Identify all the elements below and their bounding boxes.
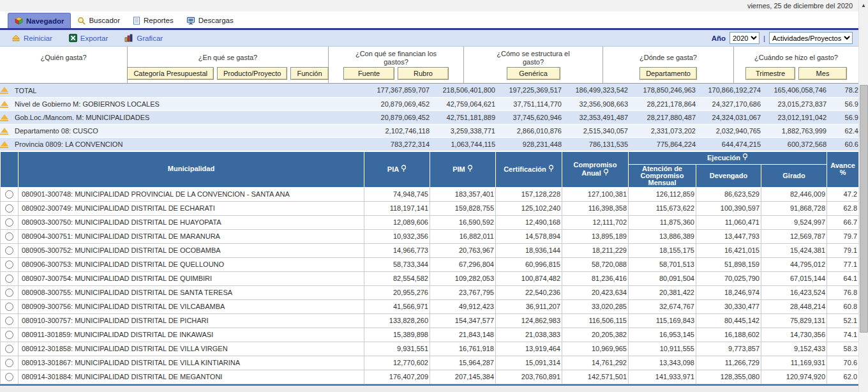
row-radio[interactable] — [5, 303, 13, 311]
cell-pia: 10,932,356 — [364, 229, 430, 243]
tab-buscador[interactable]: Buscador — [71, 13, 126, 28]
table-row: 080911-301859: MUNICIPALIDAD DISTRITAL D… — [1, 328, 859, 342]
summary-atencion-compromiso: 775,864,224 — [628, 137, 696, 151]
row-radio[interactable] — [5, 289, 13, 297]
graficar-button[interactable]: Graficar — [124, 34, 163, 42]
collapse-triangle-icon[interactable] — [0, 87, 8, 94]
year-select[interactable]: 2020 — [730, 32, 760, 44]
cell-pim: 15,964,287 — [430, 356, 496, 370]
filter-question: ¿Dónde se gasta? — [640, 50, 697, 66]
row-radio[interactable] — [5, 190, 13, 199]
summary-row: Departamento 08: CUSCO 2,102,746,118 3,2… — [0, 124, 858, 137]
row-radio-cell — [1, 370, 19, 384]
producto-proyecto-button[interactable]: Producto/Proyecto — [217, 67, 288, 80]
cell-atencion-compromiso: 11,875,360 — [629, 215, 696, 229]
excel-icon — [69, 34, 77, 42]
cell-pia: 82,554,582 — [364, 271, 430, 285]
scroll-up-arrow-icon[interactable]: ▲ — [859, 0, 868, 10]
collapse-triangle-icon[interactable] — [0, 141, 8, 148]
cell-certificacion: 14,578,894 — [496, 229, 562, 243]
row-radio[interactable] — [5, 232, 13, 241]
table-row: 080904-300751: MUNICIPALIDAD DISTRITAL D… — [1, 229, 859, 243]
categoria-presupuestal-button[interactable]: Categoría Presupuestal — [127, 67, 214, 80]
row-radio[interactable] — [5, 345, 13, 353]
cell-certificacion: 18,936,144 — [496, 243, 562, 257]
row-radio[interactable] — [5, 204, 13, 213]
row-radio[interactable] — [5, 246, 13, 255]
vertical-scrollbar[interactable]: ▲ — [858, 0, 868, 392]
cell-pim: 207,145,384 — [430, 370, 496, 384]
column-filter-icon[interactable] — [603, 169, 609, 176]
tab-descargas[interactable]: Descargas — [180, 13, 240, 28]
row-radio[interactable] — [5, 359, 13, 367]
tab-label: Reportes — [144, 17, 174, 24]
collapse-triangle-icon[interactable] — [0, 128, 8, 135]
filter-section-conque: ¿Con qué se financian los gastos? Fuente… — [329, 47, 464, 83]
cell-girado: 44,795,012 — [761, 257, 827, 271]
collapse-triangle-icon[interactable] — [0, 114, 8, 121]
departamento-button[interactable]: Departamento — [640, 67, 697, 80]
fuente-button[interactable]: Fuente — [343, 67, 394, 80]
row-radio[interactable] — [5, 373, 13, 381]
rubro-button[interactable]: Rubro — [398, 67, 449, 80]
filter-section-como: ¿Cómo se estructura el gasto? Genérica — [464, 47, 603, 83]
summary-pim: 42,751,181,889 — [430, 110, 495, 124]
cell-pim: 16,590,592 — [430, 215, 496, 229]
cell-girado: 9,524,997 — [761, 215, 827, 229]
summary-compromiso-anual: 186,499,323,542 — [562, 84, 628, 97]
filter-question: ¿En qué se gasta? — [198, 50, 257, 66]
summary-label-cell: Provincia 0809: LA CONVENCION — [0, 137, 364, 151]
cell-certificacion: 100,874,482 — [496, 271, 562, 285]
summary-pim: 42,759,064,621 — [430, 97, 495, 110]
row-radio[interactable] — [5, 317, 13, 325]
mes-button[interactable]: Mes — [798, 67, 847, 80]
cell-avance: 60.8 — [827, 299, 859, 313]
row-radio[interactable] — [5, 260, 13, 269]
generica-button[interactable]: Genérica — [507, 67, 560, 80]
summary-avance: 56.9 — [827, 97, 858, 110]
view-select[interactable]: Actividades/Proyectos — [769, 32, 853, 44]
row-radio[interactable] — [5, 218, 13, 227]
tab-label: Descargas — [198, 17, 234, 24]
header-girado: Girado — [761, 164, 827, 187]
cell-avance: 47.2 — [827, 187, 859, 201]
cell-devengado: 51,898,159 — [696, 257, 761, 271]
scrollbar-thumb[interactable] — [860, 85, 868, 333]
cell-girado: 82,446,009 — [761, 187, 827, 201]
summary-compromiso-anual: 32,356,908,663 — [562, 97, 628, 110]
cell-atencion-compromiso: 16,953,145 — [629, 328, 696, 342]
reiniciar-button[interactable]: Reiniciar — [11, 34, 52, 42]
cell-pim: 67,296,804 — [430, 257, 496, 271]
cell-girado: 91,868,728 — [761, 201, 827, 215]
funcion-button[interactable]: Función — [290, 67, 328, 80]
header-avance: Avance % — [827, 151, 859, 187]
summary-table: TOTAL 177,367,859,707 218,506,401,800 19… — [0, 84, 858, 151]
cell-avance: 62.8 — [827, 201, 859, 215]
column-filter-icon[interactable] — [548, 165, 554, 172]
trimestre-button[interactable]: Trimestre — [745, 67, 795, 80]
tab-reportes[interactable]: Reportes — [126, 13, 180, 28]
row-radio-cell — [1, 356, 19, 370]
cell-devengado: 30,330,477 — [696, 299, 761, 313]
cell-pia: 133,828,260 — [364, 313, 430, 328]
summary-label: Departamento 08: CUSCO — [15, 127, 98, 135]
cell-devengado: 70,025,790 — [696, 271, 761, 285]
cell-avance: 77.1 — [827, 257, 859, 271]
collapse-triangle-icon[interactable] — [0, 101, 8, 108]
cell-compromiso-anual: 33,020,285 — [562, 299, 629, 313]
municipality-name: 080914-301884: MUNICIPALIDAD DISTRITAL D… — [19, 370, 364, 384]
column-filter-icon[interactable] — [467, 165, 473, 172]
row-radio[interactable] — [5, 275, 13, 283]
row-radio[interactable] — [5, 331, 13, 339]
column-filter-icon[interactable] — [742, 153, 748, 161]
column-filter-icon[interactable] — [401, 165, 407, 172]
tab-navegador[interactable]: Navegador — [8, 13, 71, 28]
table-row: 080910-300757: MUNICIPALIDAD DISTRITAL D… — [1, 313, 859, 328]
summary-row: Provincia 0809: LA CONVENCION 783,272,31… — [0, 137, 858, 151]
cell-atencion-compromiso: 13,343,098 — [629, 356, 696, 370]
summary-atencion-compromiso: 28,217,880,487 — [628, 110, 696, 124]
summary-pim: 1,063,744,115 — [430, 137, 495, 151]
cell-devengado: 13,447,793 — [696, 229, 761, 243]
exportar-button[interactable]: Exportar — [69, 34, 108, 42]
cell-devengado: 128,355,080 — [696, 370, 761, 384]
